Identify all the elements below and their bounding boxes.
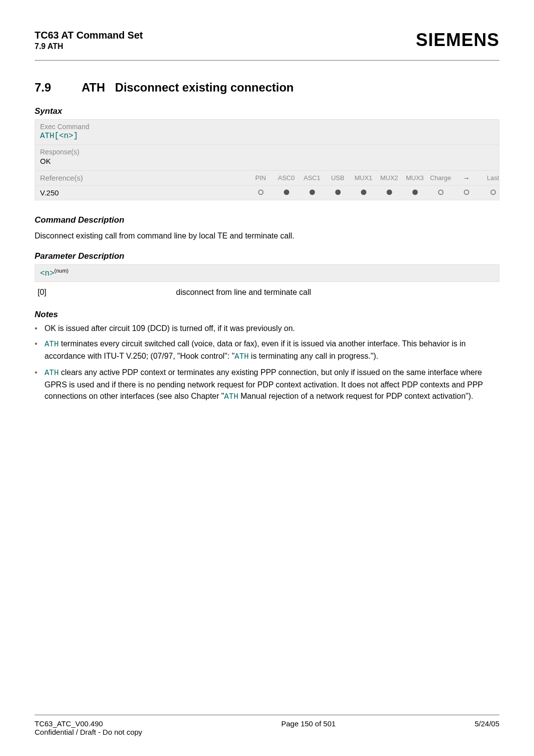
reference-header-row: Reference(s) PIN ASC0 ASC1 USB MUX1 MUX2… bbox=[35, 171, 499, 186]
parameter-row: [0] disconnect from line and terminate c… bbox=[38, 288, 499, 297]
response-value: OK bbox=[40, 156, 494, 168]
note-text: OK is issued after circuit 109 (DCD) is … bbox=[44, 323, 499, 334]
reference-label: Reference(s) bbox=[35, 171, 248, 185]
list-item: • ATH clears any active PDP context or t… bbox=[35, 367, 499, 403]
section-number: 7.9 bbox=[35, 81, 82, 94]
brand-logo: SIEMENS bbox=[416, 30, 499, 50]
note-text: ATH clears any active PDP context or ter… bbox=[44, 367, 499, 403]
page-header: TC63 AT Command Set 7.9 ATH SIEMENS bbox=[35, 30, 499, 51]
footer-left: TC63_ATC_V00.490 Confidential / Draft - … bbox=[35, 719, 142, 736]
bullet-icon: • bbox=[35, 367, 44, 403]
section-heading: 7.9 ATH Disconnect existing connection bbox=[35, 81, 499, 94]
exec-command-label: Exec Command bbox=[40, 123, 494, 131]
note-span: Manual rejection of a network request fo… bbox=[238, 392, 473, 400]
param-key: [0] bbox=[38, 288, 176, 297]
command-description-text: Disconnect existing call from command li… bbox=[35, 230, 499, 241]
col-mux3: MUX3 bbox=[402, 171, 428, 185]
footer-doc-id: TC63_ATC_V00.490 bbox=[35, 719, 142, 728]
param-value: disconnect from line and terminate call bbox=[176, 288, 499, 297]
dot-usb bbox=[325, 186, 351, 199]
exec-suffix: ] bbox=[73, 132, 78, 141]
doc-subtitle: 7.9 ATH bbox=[35, 42, 143, 51]
exec-param: <n> bbox=[59, 132, 73, 141]
section-desc: Disconnect existing connection bbox=[115, 81, 294, 94]
list-item: • ATH terminates every circuit switched … bbox=[35, 338, 499, 363]
notes-list: • OK is issued after circuit 109 (DCD) i… bbox=[35, 323, 499, 407]
reference-value: V.250 bbox=[35, 186, 248, 200]
param-name: <n> bbox=[40, 270, 54, 279]
syntax-heading: Syntax bbox=[35, 106, 499, 116]
col-last: Last bbox=[479, 171, 507, 185]
header-left: TC63 AT Command Set 7.9 ATH bbox=[35, 30, 143, 51]
col-usb: USB bbox=[325, 171, 351, 185]
parameter-name-box: <n>(num) bbox=[35, 264, 499, 282]
syntax-box: Exec Command ATH[<n>] Response(s) OK bbox=[35, 119, 499, 171]
col-pin: PIN bbox=[248, 171, 273, 185]
dot-asc1 bbox=[299, 186, 325, 199]
footer-page-number: Page 150 of 501 bbox=[281, 719, 336, 736]
exec-command-value: ATH[<n>] bbox=[40, 131, 494, 142]
notes-heading: Notes bbox=[35, 310, 499, 320]
dot-charge bbox=[428, 186, 453, 199]
dot-arrow bbox=[453, 186, 479, 199]
section-title: ATH Disconnect existing connection bbox=[82, 81, 294, 94]
footer-date: 5/24/05 bbox=[475, 719, 499, 736]
exec-prefix: ATH[ bbox=[40, 132, 59, 141]
dot-pin bbox=[248, 186, 273, 199]
arrow-icon: → bbox=[453, 171, 479, 185]
reference-body-row: V.250 bbox=[35, 186, 499, 200]
inline-mono: ATH bbox=[224, 392, 238, 401]
dot-mux2 bbox=[376, 186, 402, 199]
page-footer: TC63_ATC_V00.490 Confidential / Draft - … bbox=[35, 714, 499, 736]
inline-mono: ATH bbox=[234, 352, 249, 361]
bullet-icon: • bbox=[35, 323, 44, 334]
col-asc1: ASC1 bbox=[299, 171, 325, 185]
inline-mono: ATH bbox=[44, 340, 59, 349]
dot-mux3 bbox=[402, 186, 428, 199]
note-span: is terminating any call in progress."). bbox=[249, 352, 378, 360]
col-charge: Charge bbox=[428, 171, 453, 185]
doc-title: TC63 AT Command Set bbox=[35, 30, 143, 41]
col-asc0: ASC0 bbox=[273, 171, 299, 185]
command-description-heading: Command Description bbox=[35, 215, 499, 225]
dot-asc0 bbox=[273, 186, 299, 199]
bullet-icon: • bbox=[35, 338, 44, 363]
col-mux1: MUX1 bbox=[351, 171, 376, 185]
note-text: ATH terminates every circuit switched ca… bbox=[44, 338, 499, 363]
param-type: (num) bbox=[54, 268, 69, 274]
footer-confidential: Confidential / Draft - Do not copy bbox=[35, 728, 142, 736]
parameter-description-heading: Parameter Description bbox=[35, 251, 499, 261]
dot-mux1 bbox=[351, 186, 376, 199]
section-cmd: ATH bbox=[82, 81, 105, 94]
col-mux2: MUX2 bbox=[376, 171, 402, 185]
header-divider bbox=[35, 60, 499, 61]
inline-mono: ATH bbox=[44, 369, 59, 378]
list-item: • OK is issued after circuit 109 (DCD) i… bbox=[35, 323, 499, 334]
response-label: Response(s) bbox=[40, 148, 494, 156]
dot-last bbox=[479, 186, 507, 199]
reference-table: Reference(s) PIN ASC0 ASC1 USB MUX1 MUX2… bbox=[35, 171, 499, 200]
